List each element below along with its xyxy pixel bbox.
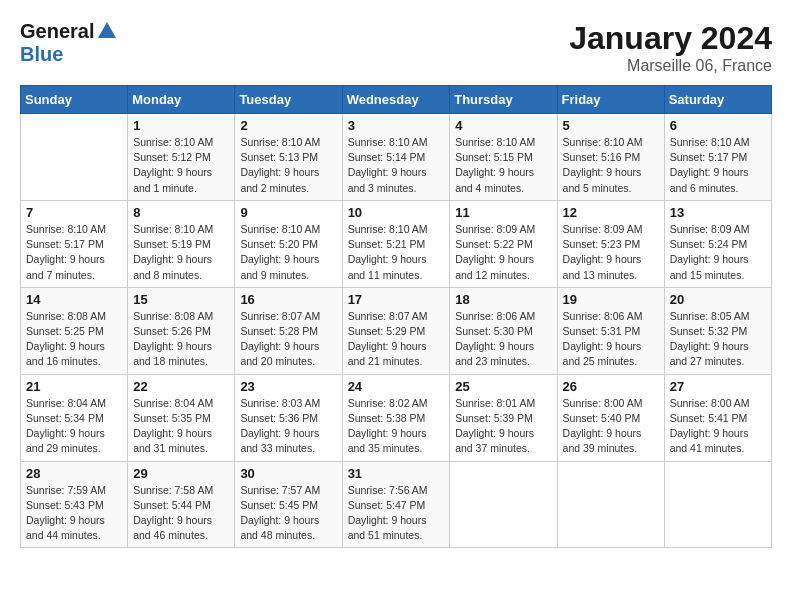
calendar-cell: 15 Sunrise: 8:08 AMSunset: 5:26 PMDaylig…: [128, 287, 235, 374]
day-detail: Sunrise: 8:08 AMSunset: 5:26 PMDaylight:…: [133, 309, 229, 370]
calendar-cell: 30 Sunrise: 7:57 AMSunset: 5:45 PMDaylig…: [235, 461, 342, 548]
day-number: 2: [240, 118, 336, 133]
calendar-week-row: 21 Sunrise: 8:04 AMSunset: 5:34 PMDaylig…: [21, 374, 772, 461]
day-detail: Sunrise: 7:59 AMSunset: 5:43 PMDaylight:…: [26, 483, 122, 544]
day-number: 17: [348, 292, 445, 307]
day-number: 28: [26, 466, 122, 481]
day-detail: Sunrise: 8:10 AMSunset: 5:15 PMDaylight:…: [455, 135, 551, 196]
weekday-header: Thursday: [450, 86, 557, 114]
calendar-week-row: 28 Sunrise: 7:59 AMSunset: 5:43 PMDaylig…: [21, 461, 772, 548]
day-number: 4: [455, 118, 551, 133]
day-number: 5: [563, 118, 659, 133]
svg-marker-0: [98, 22, 116, 38]
calendar-cell: [21, 114, 128, 201]
day-number: 9: [240, 205, 336, 220]
day-number: 30: [240, 466, 336, 481]
calendar-cell: 26 Sunrise: 8:00 AMSunset: 5:40 PMDaylig…: [557, 374, 664, 461]
calendar-cell: 23 Sunrise: 8:03 AMSunset: 5:36 PMDaylig…: [235, 374, 342, 461]
day-detail: Sunrise: 8:03 AMSunset: 5:36 PMDaylight:…: [240, 396, 336, 457]
calendar-cell: 7 Sunrise: 8:10 AMSunset: 5:17 PMDayligh…: [21, 200, 128, 287]
day-detail: Sunrise: 8:06 AMSunset: 5:30 PMDaylight:…: [455, 309, 551, 370]
day-number: 12: [563, 205, 659, 220]
day-detail: Sunrise: 7:57 AMSunset: 5:45 PMDaylight:…: [240, 483, 336, 544]
day-detail: Sunrise: 8:10 AMSunset: 5:19 PMDaylight:…: [133, 222, 229, 283]
weekday-header: Tuesday: [235, 86, 342, 114]
calendar-cell: 29 Sunrise: 7:58 AMSunset: 5:44 PMDaylig…: [128, 461, 235, 548]
calendar-week-row: 14 Sunrise: 8:08 AMSunset: 5:25 PMDaylig…: [21, 287, 772, 374]
calendar-cell: 14 Sunrise: 8:08 AMSunset: 5:25 PMDaylig…: [21, 287, 128, 374]
day-number: 3: [348, 118, 445, 133]
day-detail: Sunrise: 8:07 AMSunset: 5:28 PMDaylight:…: [240, 309, 336, 370]
day-detail: Sunrise: 8:00 AMSunset: 5:40 PMDaylight:…: [563, 396, 659, 457]
calendar-table: SundayMondayTuesdayWednesdayThursdayFrid…: [20, 85, 772, 548]
calendar-cell: 18 Sunrise: 8:06 AMSunset: 5:30 PMDaylig…: [450, 287, 557, 374]
calendar-cell: 16 Sunrise: 8:07 AMSunset: 5:28 PMDaylig…: [235, 287, 342, 374]
calendar-cell: 25 Sunrise: 8:01 AMSunset: 5:39 PMDaylig…: [450, 374, 557, 461]
day-number: 21: [26, 379, 122, 394]
day-detail: Sunrise: 8:09 AMSunset: 5:22 PMDaylight:…: [455, 222, 551, 283]
day-detail: Sunrise: 8:02 AMSunset: 5:38 PMDaylight:…: [348, 396, 445, 457]
day-detail: Sunrise: 8:10 AMSunset: 5:21 PMDaylight:…: [348, 222, 445, 283]
day-number: 19: [563, 292, 659, 307]
day-number: 22: [133, 379, 229, 394]
day-detail: Sunrise: 8:10 AMSunset: 5:16 PMDaylight:…: [563, 135, 659, 196]
weekday-header: Friday: [557, 86, 664, 114]
day-number: 10: [348, 205, 445, 220]
day-detail: Sunrise: 8:04 AMSunset: 5:35 PMDaylight:…: [133, 396, 229, 457]
day-number: 31: [348, 466, 445, 481]
calendar-cell: 6 Sunrise: 8:10 AMSunset: 5:17 PMDayligh…: [664, 114, 771, 201]
day-detail: Sunrise: 8:10 AMSunset: 5:17 PMDaylight:…: [670, 135, 766, 196]
day-number: 27: [670, 379, 766, 394]
weekday-header: Saturday: [664, 86, 771, 114]
day-detail: Sunrise: 8:00 AMSunset: 5:41 PMDaylight:…: [670, 396, 766, 457]
calendar-cell: 8 Sunrise: 8:10 AMSunset: 5:19 PMDayligh…: [128, 200, 235, 287]
logo-blue-text: Blue: [20, 43, 63, 65]
calendar-cell: [450, 461, 557, 548]
calendar-cell: 12 Sunrise: 8:09 AMSunset: 5:23 PMDaylig…: [557, 200, 664, 287]
logo: General Blue: [20, 20, 118, 66]
day-number: 23: [240, 379, 336, 394]
calendar-cell: 5 Sunrise: 8:10 AMSunset: 5:16 PMDayligh…: [557, 114, 664, 201]
day-number: 8: [133, 205, 229, 220]
day-number: 24: [348, 379, 445, 394]
calendar-cell: 11 Sunrise: 8:09 AMSunset: 5:22 PMDaylig…: [450, 200, 557, 287]
calendar-cell: 17 Sunrise: 8:07 AMSunset: 5:29 PMDaylig…: [342, 287, 450, 374]
day-number: 20: [670, 292, 766, 307]
day-number: 15: [133, 292, 229, 307]
title-block: January 2024 Marseille 06, France: [569, 20, 772, 75]
calendar-cell: 22 Sunrise: 8:04 AMSunset: 5:35 PMDaylig…: [128, 374, 235, 461]
day-detail: Sunrise: 8:05 AMSunset: 5:32 PMDaylight:…: [670, 309, 766, 370]
day-number: 13: [670, 205, 766, 220]
calendar-cell: 27 Sunrise: 8:00 AMSunset: 5:41 PMDaylig…: [664, 374, 771, 461]
day-detail: Sunrise: 8:01 AMSunset: 5:39 PMDaylight:…: [455, 396, 551, 457]
day-number: 11: [455, 205, 551, 220]
calendar-cell: 20 Sunrise: 8:05 AMSunset: 5:32 PMDaylig…: [664, 287, 771, 374]
day-detail: Sunrise: 8:08 AMSunset: 5:25 PMDaylight:…: [26, 309, 122, 370]
calendar-cell: [664, 461, 771, 548]
calendar-cell: [557, 461, 664, 548]
calendar-cell: 24 Sunrise: 8:02 AMSunset: 5:38 PMDaylig…: [342, 374, 450, 461]
day-number: 1: [133, 118, 229, 133]
calendar-cell: 28 Sunrise: 7:59 AMSunset: 5:43 PMDaylig…: [21, 461, 128, 548]
calendar-cell: 9 Sunrise: 8:10 AMSunset: 5:20 PMDayligh…: [235, 200, 342, 287]
day-number: 14: [26, 292, 122, 307]
day-detail: Sunrise: 8:10 AMSunset: 5:13 PMDaylight:…: [240, 135, 336, 196]
calendar-cell: 21 Sunrise: 8:04 AMSunset: 5:34 PMDaylig…: [21, 374, 128, 461]
day-number: 6: [670, 118, 766, 133]
calendar-cell: 3 Sunrise: 8:10 AMSunset: 5:14 PMDayligh…: [342, 114, 450, 201]
calendar-cell: 4 Sunrise: 8:10 AMSunset: 5:15 PMDayligh…: [450, 114, 557, 201]
day-detail: Sunrise: 7:56 AMSunset: 5:47 PMDaylight:…: [348, 483, 445, 544]
day-number: 7: [26, 205, 122, 220]
day-detail: Sunrise: 8:07 AMSunset: 5:29 PMDaylight:…: [348, 309, 445, 370]
weekday-header: Monday: [128, 86, 235, 114]
calendar-cell: 1 Sunrise: 8:10 AMSunset: 5:12 PMDayligh…: [128, 114, 235, 201]
day-detail: Sunrise: 8:09 AMSunset: 5:24 PMDaylight:…: [670, 222, 766, 283]
weekday-header: Wednesday: [342, 86, 450, 114]
day-detail: Sunrise: 8:10 AMSunset: 5:14 PMDaylight:…: [348, 135, 445, 196]
day-detail: Sunrise: 7:58 AMSunset: 5:44 PMDaylight:…: [133, 483, 229, 544]
calendar-title: January 2024: [569, 20, 772, 57]
weekday-header-row: SundayMondayTuesdayWednesdayThursdayFrid…: [21, 86, 772, 114]
day-detail: Sunrise: 8:10 AMSunset: 5:12 PMDaylight:…: [133, 135, 229, 196]
calendar-cell: 2 Sunrise: 8:10 AMSunset: 5:13 PMDayligh…: [235, 114, 342, 201]
day-detail: Sunrise: 8:04 AMSunset: 5:34 PMDaylight:…: [26, 396, 122, 457]
